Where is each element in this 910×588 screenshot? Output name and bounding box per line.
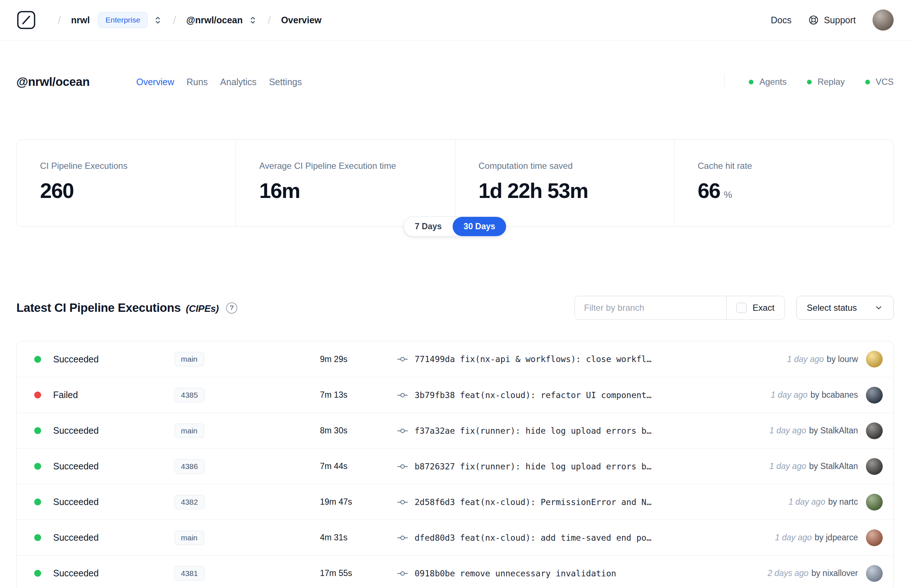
stat-average-execution-time: Average CI Pipeline Execution time 16m [236, 140, 455, 226]
status-dot [34, 534, 41, 541]
status-dot [34, 427, 41, 434]
commit-cell: dfed80d3 feat(nx-cloud): add time-saved … [397, 532, 766, 543]
author-label: by bcabanes [811, 390, 858, 400]
commit-message[interactable]: 0918b0be remove unnecessary invalidation [415, 569, 616, 578]
cipes-section-header: Latest CI Pipeline Executions (CIPEs) ? … [16, 296, 894, 320]
exact-filter: Exact [727, 296, 785, 320]
meta-cell: 1 day ago by StalkAltan [769, 422, 893, 439]
tab-settings[interactable]: Settings [269, 77, 302, 87]
cipe-status-cell: Succeeded [17, 461, 175, 472]
breadcrumb-org[interactable]: nrwl [71, 15, 89, 26]
stat-label: CI Pipeline Executions [40, 161, 225, 171]
commit-message[interactable]: dfed80d3 feat(nx-cloud): add time-saved … [415, 533, 651, 543]
branch-badge[interactable]: main [175, 530, 204, 545]
author-avatar[interactable] [866, 458, 883, 475]
author-avatar[interactable] [866, 530, 883, 546]
commit-message[interactable]: 2d58f6d3 feat(nx-cloud): PermissionError… [415, 498, 651, 507]
cipe-status-cell: Succeeded [17, 497, 175, 507]
commit-cell: f37a32ae fix(runner): hide log upload er… [397, 425, 761, 436]
cipe-status-cell: Succeeded [17, 568, 175, 578]
meta-cell: 1 day ago by nartc [789, 494, 893, 510]
status-vcs[interactable]: VCS [865, 77, 894, 87]
status-vcs-label: VCS [876, 77, 894, 87]
status-replay[interactable]: Replay [807, 77, 845, 87]
cipe-status-cell: Failed [17, 390, 175, 400]
cipe-row[interactable]: Succeeded main 8m 30s f37a32ae fix(runne… [17, 413, 893, 448]
exact-checkbox[interactable] [736, 303, 747, 313]
tab-analytics[interactable]: Analytics [220, 77, 257, 87]
stat-ci-pipeline-executions: CI Pipeline Executions 260 [17, 140, 236, 226]
status-label: Succeeded [53, 497, 99, 507]
commit-message[interactable]: f37a32ae fix(runner): hide log upload er… [415, 426, 651, 436]
status-label: Succeeded [53, 425, 99, 436]
relative-time-label: 1 day ago [789, 497, 825, 507]
author-avatar[interactable] [866, 565, 883, 582]
tab-overview[interactable]: Overview [136, 77, 174, 87]
range-30-days-button[interactable]: 30 Days [453, 217, 506, 236]
relative-time-label: 1 day ago [775, 533, 812, 543]
status-dot [34, 356, 41, 363]
duration-label: 8m 30s [320, 426, 397, 436]
user-avatar[interactable] [873, 10, 894, 31]
tab-runs[interactable]: Runs [186, 77, 207, 87]
author-label: by jdpearce [815, 533, 858, 543]
status-label: Succeeded [53, 532, 99, 543]
status-dot [34, 499, 41, 506]
status-dot [34, 570, 41, 577]
branch-badge[interactable]: main [175, 423, 204, 438]
branch-cell: main [175, 352, 320, 367]
help-icon[interactable]: ? [226, 302, 237, 313]
cipe-row[interactable]: Succeeded 4381 17m 55s 0918b0be remove u… [17, 555, 893, 588]
status-label: Failed [53, 390, 78, 400]
cipe-row[interactable]: Succeeded 4382 19m 47s 2d58f6d3 feat(nx-… [17, 484, 893, 520]
exact-label: Exact [753, 303, 774, 313]
commit-cell: 0918b0be remove unnecessary invalidation [397, 568, 759, 579]
cipe-row[interactable]: Succeeded main 4m 31s dfed80d3 feat(nx-c… [17, 520, 893, 555]
cipes-title-suffix: (CIPEs) [186, 303, 219, 314]
author-avatar[interactable] [866, 494, 883, 510]
docs-link[interactable]: Docs [771, 15, 791, 26]
meta-cell: 1 day ago by jdpearce [775, 530, 893, 546]
cipe-status-cell: Succeeded [17, 354, 175, 365]
status-agents[interactable]: Agents [749, 77, 787, 87]
cipe-row[interactable]: Failed 4385 7m 13s 3b79fb38 feat(nx-clou… [17, 377, 893, 413]
branch-badge[interactable]: 4381 [175, 566, 205, 581]
branch-badge[interactable]: 4386 [175, 459, 205, 474]
author-label: by nartc [828, 497, 858, 507]
meta-cell: 2 days ago by nixallover [768, 565, 893, 582]
branch-badge[interactable]: 4382 [175, 495, 205, 509]
commit-message[interactable]: 771499da fix(nx-api & workflows): close … [415, 354, 651, 364]
commit-message[interactable]: b8726327 fix(runner): hide log upload er… [415, 462, 651, 471]
nx-cloud-logo-icon[interactable] [16, 10, 36, 30]
range-7-days-button[interactable]: 7 Days [404, 217, 453, 236]
commit-message[interactable]: 3b79fb38 feat(nx-cloud): refactor UI com… [415, 391, 651, 400]
branch-cell: 4386 [175, 459, 320, 474]
branch-badge[interactable]: main [175, 352, 204, 367]
breadcrumb-separator: / [268, 14, 271, 26]
green-status-dot [807, 80, 812, 84]
support-link[interactable]: Support [808, 15, 856, 26]
cipe-row[interactable]: Succeeded main 9m 29s 771499da fix(nx-ap… [17, 341, 893, 377]
stat-label: Average CI Pipeline Execution time [259, 161, 444, 171]
git-commit-icon [397, 532, 408, 543]
git-commit-icon [397, 354, 408, 365]
author-avatar[interactable] [866, 422, 883, 439]
author-avatar[interactable] [866, 387, 883, 404]
org-switcher-chevron-icon[interactable] [153, 15, 163, 25]
meta-cell: 1 day ago by StalkAltan [769, 458, 893, 475]
branch-cell: 4382 [175, 495, 320, 509]
stat-value: 260 [40, 178, 74, 203]
breadcrumb-page: Overview [281, 15, 322, 26]
author-label: by lourw [827, 354, 858, 364]
branch-filter-input[interactable] [574, 296, 727, 320]
status-dot [34, 391, 41, 399]
author-avatar[interactable] [866, 351, 883, 367]
relative-time-label: 1 day ago [771, 390, 808, 400]
cipes-title: Latest CI Pipeline Executions (CIPEs) [16, 301, 219, 315]
workspace-switcher-chevron-icon[interactable] [248, 15, 258, 25]
status-select-dropdown[interactable]: Select status [797, 296, 894, 320]
branch-badge[interactable]: 4385 [175, 388, 205, 402]
stats-cards: CI Pipeline Executions 260 Average CI Pi… [16, 139, 894, 227]
breadcrumb-workspace[interactable]: @nrwl/ocean [186, 15, 243, 26]
cipe-row[interactable]: Succeeded 4386 7m 44s b8726327 fix(runne… [17, 448, 893, 484]
